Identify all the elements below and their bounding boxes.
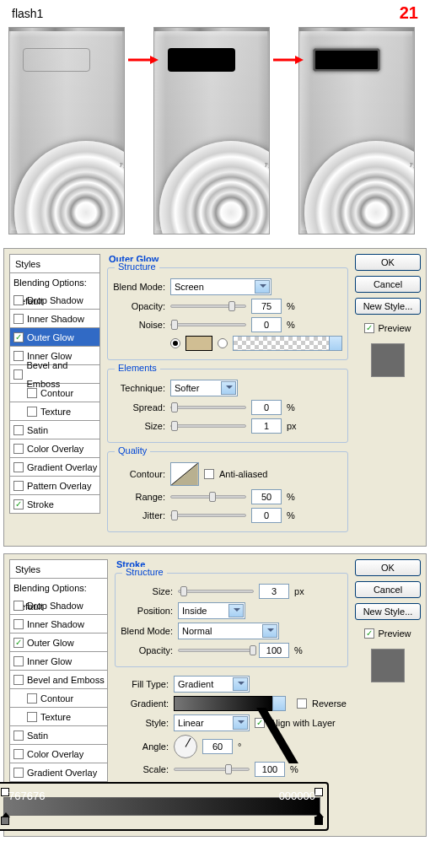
style-item-satin[interactable]: Satin bbox=[9, 421, 100, 439]
style-item-contour[interactable]: Contour bbox=[9, 689, 108, 708]
new-style-button[interactable]: New Style... bbox=[355, 603, 421, 620]
style-checkbox[interactable] bbox=[13, 444, 24, 454]
style-checkbox[interactable] bbox=[13, 481, 24, 491]
gradient-style-dropdown[interactable]: Linear bbox=[174, 714, 250, 731]
opacity-slider[interactable] bbox=[178, 649, 254, 652]
style-item-label: Drop Shadow bbox=[27, 291, 83, 310]
style-checkbox[interactable] bbox=[13, 619, 24, 629]
angle-dial[interactable] bbox=[174, 735, 197, 758]
fill-type-label: Fill Type: bbox=[116, 679, 169, 689]
color-radio[interactable] bbox=[170, 338, 180, 348]
blending-options-default[interactable]: Blending Options: Default bbox=[9, 578, 108, 596]
style-checkbox[interactable] bbox=[13, 332, 24, 342]
style-item-texture[interactable]: Texture bbox=[9, 708, 108, 726]
cancel-button[interactable]: Cancel bbox=[355, 581, 421, 598]
spread-label: Spread: bbox=[113, 402, 165, 412]
style-checkbox[interactable] bbox=[13, 351, 24, 361]
gradient-picker[interactable] bbox=[174, 696, 275, 711]
style-checkbox[interactable] bbox=[13, 314, 24, 324]
spread-slider[interactable] bbox=[170, 406, 246, 409]
effect-preview bbox=[371, 343, 405, 377]
style-item-texture[interactable]: Texture bbox=[9, 402, 100, 421]
gradient-radio[interactable] bbox=[218, 338, 228, 348]
size-input[interactable]: 3 bbox=[259, 584, 289, 599]
style-checkbox[interactable] bbox=[13, 295, 24, 305]
reverse-checkbox[interactable] bbox=[297, 698, 307, 709]
style-item-label: Inner Glow bbox=[27, 652, 72, 671]
range-slider[interactable] bbox=[170, 495, 246, 499]
glow-color-swatch[interactable] bbox=[185, 336, 212, 351]
style-item-satin[interactable]: Satin bbox=[9, 726, 108, 745]
ok-button[interactable]: OK bbox=[355, 559, 421, 576]
style-checkbox[interactable] bbox=[27, 407, 37, 417]
style-checkbox[interactable] bbox=[13, 601, 24, 611]
blending-options-default[interactable]: Blending Options: Default bbox=[9, 272, 100, 291]
style-checkbox[interactable] bbox=[27, 693, 37, 704]
noise-slider[interactable] bbox=[170, 323, 246, 326]
glow-gradient-picker[interactable] bbox=[233, 336, 342, 351]
ok-button[interactable]: OK bbox=[355, 254, 421, 271]
position-dropdown[interactable]: Inside bbox=[178, 602, 245, 619]
cancel-button[interactable]: Cancel bbox=[355, 276, 421, 293]
fill-type-dropdown[interactable]: Gradient bbox=[174, 676, 250, 693]
size-label: Size: bbox=[121, 586, 173, 596]
style-item-outer-glow[interactable]: Outer Glow bbox=[9, 633, 108, 652]
jitter-input[interactable]: 0 bbox=[251, 508, 282, 523]
style-checkbox[interactable] bbox=[13, 768, 24, 778]
style-item-color-overlay[interactable]: Color Overlay bbox=[9, 439, 100, 458]
style-checkbox[interactable] bbox=[13, 425, 24, 435]
style-checkbox[interactable] bbox=[13, 731, 24, 741]
preview-checkbox[interactable] bbox=[364, 628, 374, 639]
jitter-slider[interactable] bbox=[170, 514, 246, 517]
flash-rect-styled bbox=[313, 48, 380, 72]
opacity-slider[interactable] bbox=[170, 305, 246, 308]
scale-slider[interactable] bbox=[174, 768, 250, 771]
style-item-gradient-overlay[interactable]: Gradient Overlay bbox=[9, 458, 100, 477]
angle-input[interactable]: 60 bbox=[202, 739, 233, 754]
style-item-label: Gradient Overlay bbox=[27, 763, 97, 782]
style-checkbox[interactable] bbox=[13, 499, 24, 509]
camera-preview-2 bbox=[153, 27, 270, 235]
opacity-input[interactable]: 75 bbox=[251, 299, 282, 314]
scale-input[interactable]: 100 bbox=[255, 762, 285, 777]
style-checkbox[interactable] bbox=[13, 675, 24, 685]
noise-input[interactable]: 0 bbox=[251, 317, 282, 332]
gradient-track[interactable] bbox=[3, 797, 320, 816]
tutorial-step-images: flash1 21 bbox=[3, 3, 427, 241]
style-item-bevel-and-emboss[interactable]: Bevel and Emboss bbox=[9, 671, 108, 689]
style-item-stroke[interactable]: Stroke bbox=[9, 495, 100, 514]
size-input[interactable]: 1 bbox=[251, 418, 282, 434]
blend-mode-dropdown[interactable]: Screen bbox=[170, 278, 271, 295]
style-item-outer-glow[interactable]: Outer Glow bbox=[9, 328, 100, 347]
style-item-pattern-overlay[interactable]: Pattern Overlay bbox=[9, 477, 100, 495]
style-checkbox[interactable] bbox=[27, 388, 37, 398]
style-item-bevel-and-emboss[interactable]: Bevel and Emboss bbox=[9, 365, 100, 384]
style-item-color-overlay[interactable]: Color Overlay bbox=[9, 745, 108, 763]
style-checkbox[interactable] bbox=[13, 638, 24, 648]
size-slider[interactable] bbox=[170, 424, 246, 428]
color-stop-left[interactable] bbox=[1, 817, 9, 825]
opacity-input[interactable]: 100 bbox=[259, 643, 289, 658]
spread-input[interactable]: 0 bbox=[251, 400, 282, 415]
blend-mode-dropdown[interactable]: Normal bbox=[178, 623, 279, 639]
opacity-stop-right[interactable] bbox=[314, 788, 323, 796]
style-item-inner-shadow[interactable]: Inner Shadow bbox=[9, 310, 100, 328]
contour-picker[interactable] bbox=[170, 462, 199, 486]
style-checkbox[interactable] bbox=[13, 749, 24, 759]
size-slider[interactable] bbox=[178, 590, 254, 593]
style-item-inner-shadow[interactable]: Inner Shadow bbox=[9, 615, 108, 633]
range-input[interactable]: 50 bbox=[251, 489, 282, 504]
align-with-layer-checkbox[interactable] bbox=[255, 718, 265, 728]
blend-mode-label: Blend Mode: bbox=[121, 626, 173, 636]
style-checkbox[interactable] bbox=[27, 712, 37, 722]
new-style-button[interactable]: New Style... bbox=[355, 298, 421, 315]
style-item-inner-glow[interactable]: Inner Glow bbox=[9, 652, 108, 671]
color-stop-right[interactable] bbox=[314, 817, 323, 825]
style-checkbox[interactable] bbox=[13, 656, 24, 666]
style-item-gradient-overlay[interactable]: Gradient Overlay bbox=[9, 763, 108, 782]
preview-checkbox[interactable] bbox=[364, 323, 374, 333]
technique-dropdown[interactable]: Softer bbox=[170, 380, 238, 396]
antialiased-checkbox[interactable] bbox=[204, 469, 214, 479]
style-checkbox[interactable] bbox=[13, 369, 23, 380]
style-checkbox[interactable] bbox=[13, 462, 24, 472]
